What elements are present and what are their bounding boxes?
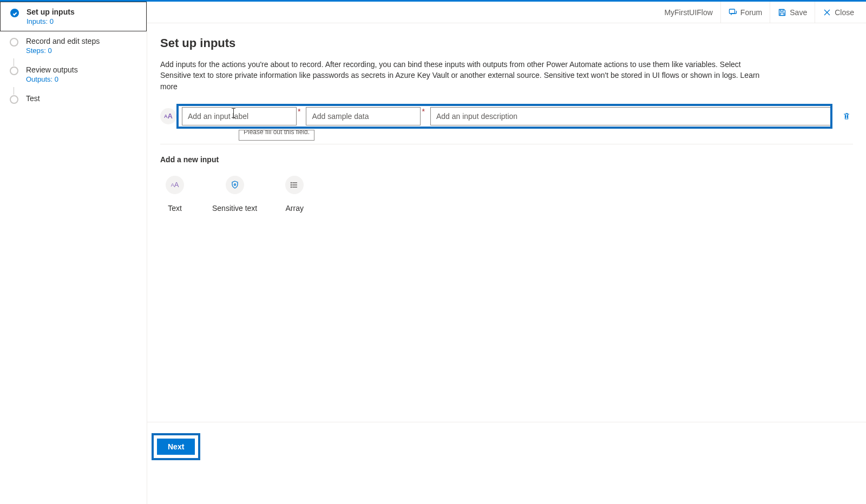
step-bullet-icon (10, 67, 18, 75)
step-label: Test (26, 94, 40, 103)
validation-tooltip: Please fill out this field. (239, 130, 314, 141)
divider (160, 144, 853, 144)
type-option-sensitive[interactable]: Sensitive text (212, 176, 257, 213)
type-option-array[interactable]: Array (285, 176, 304, 213)
text-cursor (233, 108, 234, 118)
svg-point-4 (291, 182, 292, 183)
type-label: Text (168, 204, 182, 213)
svg-rect-0 (729, 9, 734, 14)
svg-point-5 (291, 184, 292, 185)
delete-input-button[interactable] (840, 110, 853, 123)
forum-icon (729, 8, 737, 17)
add-new-input-title: Add a new input (160, 155, 853, 164)
required-asterisk: * (298, 107, 300, 116)
step-bullet-icon (10, 9, 19, 17)
sidebar: Set up inputs Inputs: 0 Record and edit … (0, 2, 147, 504)
svg-rect-2 (780, 13, 784, 16)
save-label: Save (790, 8, 807, 17)
input-label-field[interactable] (182, 107, 297, 125)
forum-button[interactable]: Forum (720, 2, 770, 23)
step-bullet-icon (10, 38, 18, 47)
step-bullet-icon (10, 95, 18, 104)
footer: Next (147, 422, 866, 504)
step-sub: Steps: 0 (26, 47, 100, 55)
trash-icon (842, 112, 851, 121)
tutorial-highlight-next: Next (152, 433, 200, 460)
svg-point-6 (291, 187, 292, 187)
next-button[interactable]: Next (157, 439, 195, 455)
step-sub: Outputs: 0 (26, 75, 78, 83)
required-asterisk: * (422, 107, 424, 116)
close-label: Close (835, 8, 854, 17)
close-icon (823, 8, 831, 17)
page-description: Add inputs for the actions you're about … (160, 59, 761, 92)
text-type-icon: AA (160, 108, 176, 124)
type-label: Array (286, 204, 304, 213)
sample-data-field[interactable] (306, 107, 421, 125)
page-title: Set up inputs (160, 36, 853, 50)
step-review-outputs[interactable]: Review outputs Outputs: 0 (0, 60, 147, 89)
save-button[interactable]: Save (770, 2, 815, 23)
step-label: Record and edit steps (26, 37, 100, 45)
svg-rect-1 (780, 9, 783, 11)
step-record[interactable]: Record and edit steps Steps: 0 (0, 31, 147, 60)
input-row: AA * * (160, 107, 853, 125)
shield-icon (226, 176, 244, 194)
input-row-container: AA * * Please fill out this field. (160, 107, 853, 125)
close-button[interactable]: Close (815, 2, 862, 23)
step-label: Set up inputs (27, 8, 75, 16)
svg-point-3 (234, 184, 235, 185)
step-sub: Inputs: 0 (27, 17, 75, 25)
save-icon (778, 8, 786, 17)
list-icon (285, 176, 304, 194)
forum-label: Forum (740, 8, 762, 17)
step-label: Review outputs (26, 65, 78, 74)
text-icon: AA (166, 176, 184, 194)
input-description-field[interactable] (430, 107, 831, 125)
type-label: Sensitive text (212, 204, 257, 213)
type-option-text[interactable]: AA Text (166, 176, 184, 213)
step-test[interactable]: Test (0, 89, 147, 109)
flow-name: MyFirstUIFlow (657, 8, 720, 17)
input-type-options: AA Text Sensitive text Array (160, 176, 853, 213)
step-setup-inputs[interactable]: Set up inputs Inputs: 0 (0, 2, 147, 31)
